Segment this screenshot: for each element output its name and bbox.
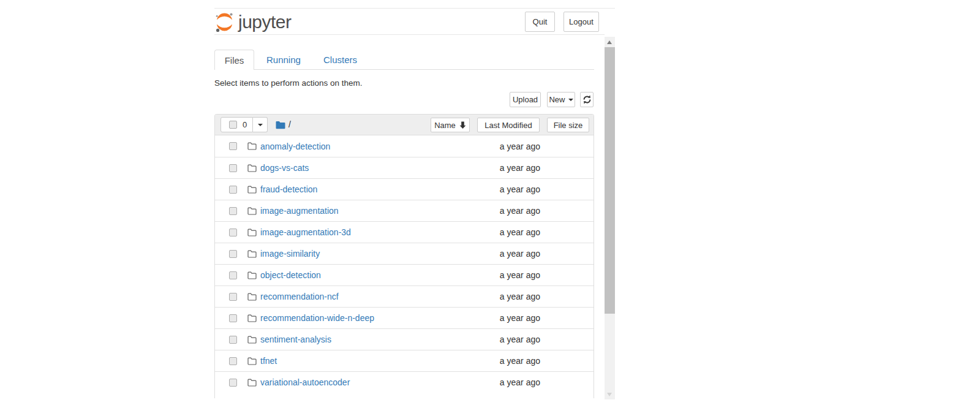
tab-bar-divider xyxy=(214,69,594,70)
file-modified: a year ago xyxy=(467,184,540,194)
breadcrumb[interactable]: / xyxy=(288,119,291,129)
file-link[interactable]: image-augmentation xyxy=(260,206,339,216)
row-checkbox[interactable] xyxy=(229,229,237,236)
file-link[interactable]: fraud-detection xyxy=(260,184,317,194)
row-checkbox[interactable] xyxy=(229,379,237,387)
chevron-down-icon xyxy=(568,99,573,101)
upload-button[interactable]: Upload xyxy=(510,92,541,107)
folder-outline-icon xyxy=(247,164,257,172)
file-link[interactable]: dogs-vs-cats xyxy=(260,163,309,173)
row-checkbox[interactable] xyxy=(229,186,237,194)
row-checkbox[interactable] xyxy=(229,293,237,301)
folder-icon xyxy=(276,121,285,132)
jupyter-logo-icon xyxy=(215,12,234,32)
scroll-down-arrow-icon[interactable] xyxy=(607,393,612,396)
page-top-divider xyxy=(214,8,615,9)
file-modified: a year ago xyxy=(467,163,540,173)
file-link[interactable]: tfnet xyxy=(260,356,277,366)
file-row: dogs-vs-cats a year ago xyxy=(215,157,594,178)
file-modified: a year ago xyxy=(467,206,540,216)
file-row: image-similarity a year ago xyxy=(215,243,594,264)
folder-outline-icon xyxy=(247,336,257,344)
arrow-down-icon xyxy=(459,121,466,129)
file-row: tfnet a year ago xyxy=(215,350,594,371)
refresh-icon xyxy=(582,95,592,104)
tab-running[interactable]: Running xyxy=(266,55,301,65)
file-modified: a year ago xyxy=(467,270,540,280)
file-row: image-augmentation a year ago xyxy=(215,200,594,221)
file-row: image-augmentation-3d a year ago xyxy=(215,221,594,243)
file-link[interactable]: image-similarity xyxy=(260,249,320,259)
file-row: anomaly-detection a year ago xyxy=(215,135,594,157)
new-dropdown-button[interactable]: New xyxy=(547,92,575,107)
file-link[interactable]: image-augmentation-3d xyxy=(260,227,351,237)
row-checkbox[interactable] xyxy=(229,207,237,215)
scrollbar[interactable] xyxy=(605,37,615,399)
file-modified: a year ago xyxy=(467,227,540,237)
file-modified: a year ago xyxy=(467,249,540,259)
row-checkbox[interactable] xyxy=(229,314,237,322)
file-row: object-detection a year ago xyxy=(215,264,594,286)
file-row: recommendation-wide-n-deep a year ago xyxy=(215,307,594,328)
folder-outline-icon xyxy=(247,250,257,258)
file-row: fraud-detection a year ago xyxy=(215,178,594,200)
row-checkbox[interactable] xyxy=(229,164,237,172)
file-list-panel: 0 / Name Last Modified File size xyxy=(214,114,594,398)
row-checkbox[interactable] xyxy=(229,271,237,279)
header-divider xyxy=(214,34,605,35)
file-link[interactable]: sentiment-analysis xyxy=(260,335,331,344)
file-modified: a year ago xyxy=(467,377,540,387)
row-checkbox[interactable] xyxy=(229,357,237,365)
file-link[interactable]: anomaly-detection xyxy=(260,142,330,151)
select-filter-dropdown[interactable] xyxy=(253,117,268,132)
row-checkbox[interactable] xyxy=(229,336,237,344)
select-all-control[interactable]: 0 xyxy=(221,117,253,132)
file-link[interactable]: object-detection xyxy=(260,270,321,280)
row-checkbox[interactable] xyxy=(229,250,237,258)
scroll-up-arrow-icon[interactable] xyxy=(607,40,612,44)
file-link[interactable]: recommendation-wide-n-deep xyxy=(260,313,374,323)
sort-by-last-modified-button[interactable]: Last Modified xyxy=(477,118,540,132)
file-list-header: 0 / Name Last Modified File size xyxy=(215,115,594,135)
select-all-button-group: 0 xyxy=(221,117,268,132)
folder-outline-icon xyxy=(247,314,257,322)
row-checkbox[interactable] xyxy=(229,142,237,150)
file-link[interactable]: variational-autoencoder xyxy=(260,377,350,387)
file-modified: a year ago xyxy=(467,356,540,366)
sort-by-file-size-button[interactable]: File size xyxy=(547,118,589,132)
sort-name-label: Name xyxy=(434,121,456,130)
file-modified: a year ago xyxy=(467,142,540,151)
file-modified: a year ago xyxy=(467,335,540,344)
file-row: sentiment-analysis a year ago xyxy=(215,328,594,350)
file-row: recommendation-ncf a year ago xyxy=(215,286,594,307)
chevron-down-icon xyxy=(258,124,263,126)
folder-outline-icon xyxy=(247,229,257,236)
file-link[interactable]: recommendation-ncf xyxy=(260,292,339,301)
file-row: variational-autoencoder a year ago xyxy=(215,371,594,393)
folder-outline-icon xyxy=(247,357,257,365)
quit-button[interactable]: Quit xyxy=(525,12,555,32)
tab-clusters[interactable]: Clusters xyxy=(323,55,357,65)
selected-count: 0 xyxy=(243,120,247,129)
logout-button[interactable]: Logout xyxy=(564,12,599,32)
tab-files[interactable]: Files xyxy=(214,50,254,70)
jupyter-logo[interactable]: jupyter xyxy=(215,10,292,34)
folder-outline-icon xyxy=(247,207,257,215)
sort-by-name-button[interactable]: Name xyxy=(431,118,470,132)
file-modified: a year ago xyxy=(467,313,540,323)
folder-outline-icon xyxy=(247,271,257,279)
jupyter-logo-text: jupyter xyxy=(238,10,292,34)
folder-outline-icon xyxy=(247,142,257,150)
scrollbar-thumb[interactable] xyxy=(605,47,615,314)
refresh-button[interactable] xyxy=(580,92,594,107)
select-items-message: Select items to perform actions on them. xyxy=(214,78,363,88)
file-modified: a year ago xyxy=(467,292,540,301)
folder-outline-icon xyxy=(247,186,257,194)
new-button-label: New xyxy=(549,95,565,104)
folder-outline-icon xyxy=(247,379,257,387)
folder-outline-icon xyxy=(247,293,257,301)
select-all-checkbox[interactable] xyxy=(229,121,237,129)
file-list: anomaly-detection a year ago dogs-vs-cat… xyxy=(215,135,594,393)
